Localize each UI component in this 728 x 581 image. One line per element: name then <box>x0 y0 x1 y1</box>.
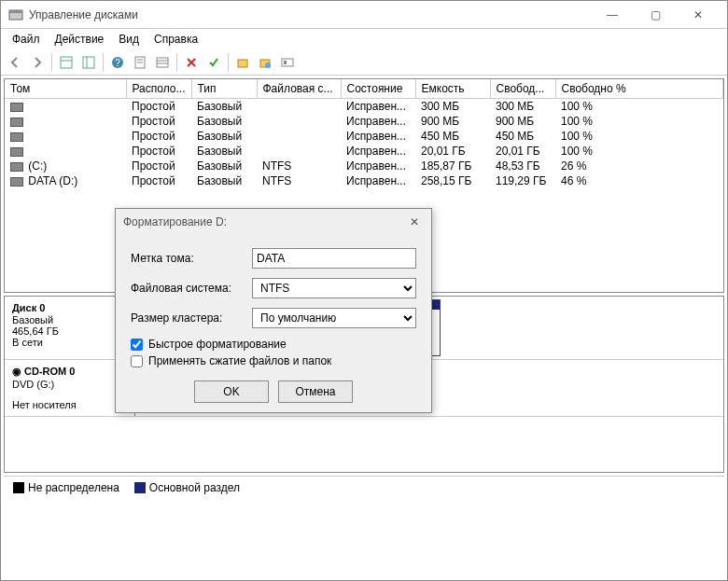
label-quick-format: Быстрое форматирование <box>148 338 287 351</box>
check-icon[interactable] <box>203 52 224 73</box>
column-headers[interactable]: Том Располо... Тип Файловая с... Состоян… <box>5 79 723 99</box>
menubar: Файл Действие Вид Справка <box>1 29 727 49</box>
col-volume[interactable]: Том <box>5 79 126 99</box>
properties-icon[interactable] <box>130 52 150 73</box>
svg-text:?: ? <box>115 58 120 68</box>
format-dialog: Форматирование D: ✕ Метка тома: Файловая… <box>115 208 432 413</box>
col-free[interactable]: Свобод... <box>490 79 555 99</box>
col-pct[interactable]: Свободно % <box>555 79 723 99</box>
col-layout[interactable]: Располо... <box>126 79 191 99</box>
menu-help[interactable]: Справка <box>147 31 205 48</box>
table-row[interactable]: ПростойБазовыйИсправен...450 МБ450 МБ100… <box>5 129 723 144</box>
checkbox-quick-format[interactable] <box>131 339 143 351</box>
table-row[interactable]: ПростойБазовыйИсправен...900 МБ900 МБ100… <box>5 114 723 129</box>
cancel-button[interactable]: Отмена <box>278 380 353 403</box>
back-button[interactable] <box>5 52 25 73</box>
help-icon[interactable]: ? <box>107 52 128 73</box>
table-row[interactable]: ПростойБазовыйИсправен...20,01 ГБ20,01 Г… <box>5 144 723 159</box>
legend: Не распределена Основной раздел <box>4 476 724 498</box>
svg-point-16 <box>265 62 271 68</box>
svg-rect-14 <box>238 60 247 67</box>
col-capacity[interactable]: Емкость <box>415 79 490 99</box>
select-cluster[interactable]: По умолчанию <box>252 308 416 328</box>
dialog-close-button[interactable]: ✕ <box>405 215 424 228</box>
select-filesystem[interactable]: NTFS <box>252 278 416 298</box>
table-row[interactable]: (C:)ПростойБазовыйNTFSИсправен...185,87 … <box>5 159 723 173</box>
window-title: Управление дисками <box>29 8 591 21</box>
col-type[interactable]: Тип <box>191 79 257 99</box>
menu-view[interactable]: Вид <box>111 31 147 48</box>
action-icon-2[interactable] <box>255 52 275 73</box>
app-icon <box>8 7 23 22</box>
svg-rect-11 <box>157 58 168 67</box>
view-icon-1[interactable] <box>56 52 77 73</box>
svg-rect-18 <box>284 61 287 64</box>
toolbar: ? <box>1 49 727 76</box>
table-row[interactable]: DATA (D:)ПростойБазовыйNTFSИсправен...25… <box>5 173 723 188</box>
svg-rect-4 <box>83 57 94 68</box>
label-filesystem: Файловая система: <box>131 282 252 295</box>
svg-rect-17 <box>282 59 293 66</box>
col-fs[interactable]: Файловая с... <box>257 79 341 99</box>
list-icon[interactable] <box>152 52 173 73</box>
ok-button[interactable]: OK <box>194 380 269 403</box>
input-volume-label[interactable] <box>252 248 416 269</box>
menu-file[interactable]: Файл <box>5 31 48 48</box>
svg-rect-1 <box>9 10 22 13</box>
forward-button[interactable] <box>27 52 48 73</box>
col-status[interactable]: Состояние <box>341 79 415 99</box>
view-icon-2[interactable] <box>78 52 99 73</box>
dialog-title: Форматирование D: <box>123 215 227 228</box>
legend-primary: Основной раздел <box>149 481 240 494</box>
close-button[interactable]: ✕ <box>677 1 720 29</box>
checkbox-compress[interactable] <box>131 355 143 367</box>
window-titlebar: Управление дисками — ▢ ✕ <box>1 1 727 29</box>
legend-unallocated: Не распределена <box>28 481 119 494</box>
action-icon-3[interactable] <box>277 52 298 73</box>
maximize-button[interactable]: ▢ <box>634 1 677 29</box>
table-row[interactable]: ПростойБазовыйИсправен...300 МБ300 МБ100… <box>5 99 723 115</box>
minimize-button[interactable]: — <box>591 1 634 29</box>
delete-icon[interactable] <box>181 52 202 73</box>
action-icon-1[interactable] <box>232 52 253 73</box>
label-volume: Метка тома: <box>131 252 252 265</box>
label-compress: Применять сжатие файлов и папок <box>148 354 331 367</box>
label-cluster: Размер кластера: <box>131 311 252 325</box>
menu-action[interactable]: Действие <box>48 31 112 48</box>
svg-rect-2 <box>61 57 72 68</box>
